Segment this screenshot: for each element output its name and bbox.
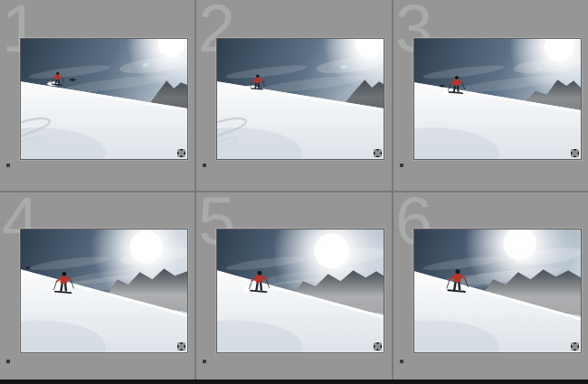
- photo-thumbnail-1[interactable]: [20, 38, 188, 160]
- photo-thumbnail-5[interactable]: [216, 229, 384, 353]
- develop-settings-badge-icon[interactable]: [177, 342, 185, 351]
- photo-thumbnail-6[interactable]: [413, 229, 582, 353]
- grid-cell-2: 2: [196, 0, 392, 191]
- flag-icon[interactable]: [203, 163, 206, 167]
- photo-thumbnail-4[interactable]: [20, 229, 188, 353]
- flag-icon[interactable]: [203, 359, 206, 363]
- flag-icon[interactable]: [400, 163, 403, 167]
- grid-view: 1 2: [0, 0, 588, 384]
- flag-icon[interactable]: [6, 163, 10, 167]
- develop-settings-badge-icon[interactable]: [177, 149, 185, 157]
- develop-settings-badge-icon[interactable]: [571, 342, 579, 351]
- develop-settings-badge-icon[interactable]: [374, 149, 382, 157]
- flag-icon[interactable]: [400, 359, 403, 363]
- next-row-edge: [0, 379, 588, 384]
- grid-cell-4: 4: [0, 192, 194, 384]
- grid-cell-1: 1: [0, 0, 194, 191]
- develop-settings-badge-icon[interactable]: [571, 149, 579, 157]
- grid-cell-5: 5: [196, 192, 392, 384]
- flag-icon[interactable]: [6, 359, 10, 363]
- photo-thumbnail-2[interactable]: [216, 38, 384, 160]
- thumbnail-grid: 1 2: [0, 0, 588, 384]
- grid-cell-3: 3: [394, 0, 588, 191]
- photo-thumbnail-3[interactable]: [413, 38, 582, 160]
- grid-cell-6: 6: [394, 192, 588, 384]
- develop-settings-badge-icon[interactable]: [374, 342, 382, 351]
